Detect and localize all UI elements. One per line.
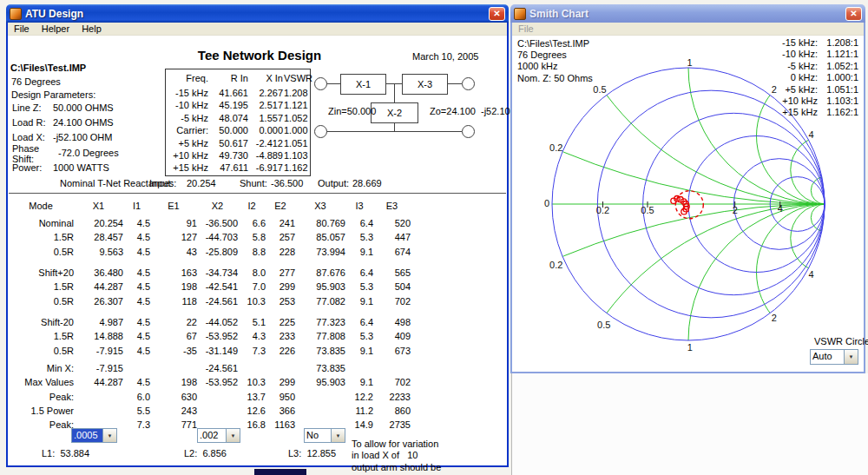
table-cell: 565	[373, 267, 411, 278]
close-icon[interactable]: ✕	[489, 7, 505, 21]
taskbar-fragment	[254, 469, 306, 475]
table-cell: 702	[373, 377, 411, 387]
param-label: Phase Shift:	[12, 143, 45, 164]
table-cell: 91	[150, 218, 197, 228]
freq-cell: 1.208	[284, 87, 306, 99]
dropdown-arrow-icon[interactable]: ▼	[226, 429, 240, 442]
table-cell: -7.915	[74, 346, 123, 356]
freq-cell: 0.000	[249, 124, 284, 136]
table-cell: -24.561	[197, 363, 238, 373]
freq-cell: -15 kHz	[169, 87, 209, 99]
smith-titlebar[interactable]: Smith Chart ✕	[510, 4, 865, 23]
table-cell: 26.307	[74, 296, 123, 307]
tnet-input-label: Input:	[149, 178, 174, 188]
table-cell: 28.457	[74, 232, 123, 242]
chart-label: 2	[772, 313, 777, 323]
table-cell: 8.0	[238, 267, 266, 278]
table-cell: 8.8	[238, 247, 266, 257]
menu-item-help[interactable]: Help	[76, 23, 108, 34]
table-cell: 44.287	[74, 281, 123, 292]
table-cell: 860	[373, 406, 411, 416]
design-parameters-label: Design Parameters:	[11, 89, 95, 100]
table-cell: 299	[266, 377, 295, 387]
table-cell: 702	[373, 296, 411, 307]
atu-design-window: ATU Design ✕ FileHelperHelp Tee Network …	[6, 4, 509, 467]
l1-label: L1: 53.884	[42, 448, 89, 459]
param-label: Power:	[12, 162, 42, 173]
freq-cell: 1.121	[284, 99, 306, 111]
table-row: 0.5R-7.9154.5-35-31.1497.322673.8359.167…	[8, 344, 412, 358]
terminal-circle	[314, 77, 327, 90]
tnet-output-label: Output:	[318, 178, 349, 188]
table-cell: 16.8	[238, 419, 266, 430]
table-cell: 1163	[266, 419, 295, 430]
table-row: 1.5R14.8884.567-53.9524.323377.8085.3409	[8, 329, 412, 343]
l3-combo[interactable]: No Cap ▼	[304, 428, 345, 443]
l2-combo[interactable]: .002 ▼	[197, 428, 240, 443]
table-cell: 13.7	[238, 392, 266, 402]
info-line: C:\Files\Test.IMP	[517, 38, 593, 49]
x3-box: X-3	[402, 74, 448, 95]
table-cell: 127	[150, 232, 197, 242]
table-cell: 771	[150, 419, 197, 430]
table-row: 1.5R28.4574.5127-44.7035.825785.0575.344…	[8, 230, 412, 244]
freq-col-header: X In	[249, 72, 284, 87]
table-cell: 950	[266, 392, 295, 402]
l1-combo[interactable]: .0005 ▼	[71, 428, 117, 443]
param-label: Line Z:	[12, 102, 42, 113]
vswr-row: +5 kHz:1.051:1	[769, 84, 858, 96]
atu-titlebar[interactable]: ATU Design ✕	[6, 4, 509, 23]
table-cell: 674	[373, 247, 411, 257]
freq-cell: Carrier:	[169, 124, 209, 136]
table-row: Nominal20.2544.591-36.5006.624180.7696.4…	[8, 216, 412, 230]
smith-content: 10.520.2400.20.5240.240.521 C:\Files\Tes…	[512, 36, 864, 372]
dropdown-arrow-icon[interactable]: ▼	[844, 350, 858, 364]
chart-label: 4	[808, 269, 813, 280]
terminal-circle	[462, 125, 475, 138]
table-cell: 0.5R	[8, 346, 74, 356]
table-cell: 366	[266, 406, 295, 416]
table-cell: 80.769	[295, 218, 345, 228]
table-cell: 5.1	[238, 317, 266, 327]
l2-label: L2: 6.856	[184, 448, 227, 459]
table-cell: -24.561	[197, 296, 238, 307]
vswr-value: 1.208:1	[820, 37, 858, 49]
close-icon[interactable]: ✕	[845, 7, 862, 21]
chart-label: 1	[687, 342, 693, 353]
chart-label: 4	[778, 203, 783, 214]
table-cell: 447	[373, 232, 411, 242]
freq-cell: 45.195	[209, 99, 249, 111]
freq-cell: 50.617	[209, 137, 249, 149]
table-cell: 4.5	[123, 232, 150, 242]
mode-col-header: X1	[74, 201, 123, 214]
table-row: Min X:-7.915-24.56173.835	[8, 361, 412, 375]
table-cell: -42.541	[197, 281, 238, 292]
table-cell: 0.5R	[8, 247, 74, 257]
desktop: { "icons":{"close_glyph":"✕","dropdown_a…	[0, 0, 868, 475]
smith-info: C:\Files\Test.IMP76 Degrees1000 kHzNom. …	[517, 38, 593, 84]
table-cell: 14.9	[345, 419, 373, 430]
dropdown-arrow-icon[interactable]: ▼	[102, 429, 116, 442]
table-cell: 4.5	[123, 247, 150, 257]
vswr-row: -15 kHz:1.208:1	[769, 37, 858, 49]
table-cell: -35	[150, 346, 197, 356]
table-cell: 2735	[373, 419, 411, 430]
table-cell: 498	[373, 317, 411, 327]
mode-col-header: I3	[345, 201, 373, 214]
table-cell: 22	[150, 317, 197, 327]
smith-chart-window: Smith Chart ✕ File 10.520.2400.20.5240.2…	[510, 4, 865, 373]
vswr-value: 1.162:1	[820, 107, 858, 118]
menu-item-helper[interactable]: Helper	[36, 23, 76, 34]
dropdown-arrow-icon[interactable]: ▼	[331, 429, 345, 442]
vswr-mode-combo[interactable]: Auto ▼	[810, 349, 858, 365]
atu-content: Tee Network Design March 10, 2005 C:\Fil…	[8, 36, 507, 465]
combo-value: .0005	[72, 429, 102, 442]
table-cell: 4.5	[123, 267, 150, 278]
table-cell: 11.2	[345, 406, 373, 416]
menu-item-file[interactable]: File	[512, 23, 540, 34]
menu-item-file[interactable]: File	[8, 23, 36, 34]
table-cell: 9.563	[74, 247, 123, 257]
tnet-input-value: 20.254	[187, 178, 216, 188]
table-cell: 95.903	[295, 377, 345, 387]
table-cell: Max Values	[8, 377, 74, 387]
